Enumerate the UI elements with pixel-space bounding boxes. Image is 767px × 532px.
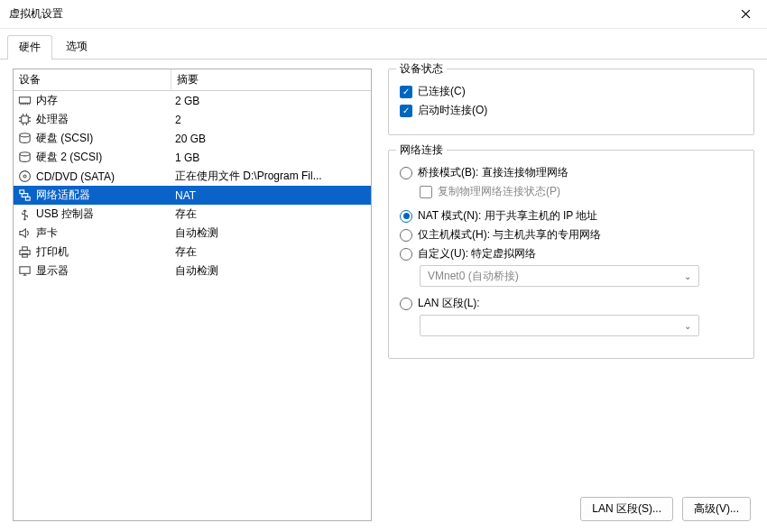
connected-checkbox-row[interactable]: ✓ 已连接(C) [400, 84, 743, 99]
device-summary: 自动检测 [171, 225, 371, 241]
lan-segment-radio-row[interactable]: LAN 区段(L): [400, 296, 743, 311]
memory-icon [17, 94, 32, 108]
device-summary: 存在 [171, 206, 371, 222]
device-row[interactable]: 网络适配器NAT [14, 186, 371, 205]
replicate-label: 复制物理网络连接状态(P) [438, 184, 560, 199]
hostonly-radio-row[interactable]: 仅主机模式(H): 与主机共享的专用网络 [400, 227, 743, 243]
tab-options[interactable]: 选项 [54, 34, 99, 59]
left-pane: 设备 摘要 内存2 GB处理器2硬盘 (SCSI)20 GB硬盘 2 (SCSI… [13, 69, 372, 521]
lan-segment-label: LAN 区段(L): [418, 296, 480, 311]
right-pane: 设备状态 ✓ 已连接(C) ✓ 启动时连接(O) 网络连接 桥接模式(B): 直… [388, 69, 754, 521]
sound-icon [17, 226, 32, 241]
svg-point-2 [19, 133, 29, 137]
table-header: 设备 摘要 [14, 69, 371, 91]
header-device[interactable]: 设备 [14, 69, 171, 90]
custom-label: 自定义(U): 特定虚拟网络 [418, 246, 536, 261]
replicate-checkbox-row: 复制物理网络连接状态(P) [420, 184, 743, 199]
network-icon [17, 188, 32, 203]
cpu-icon [17, 113, 32, 127]
svg-rect-10 [22, 247, 27, 251]
bridged-radio-row[interactable]: 桥接模式(B): 直接连接物理网络 [400, 165, 743, 180]
device-name: 硬盘 (SCSI) [36, 131, 93, 146]
device-name: 硬盘 2 (SCSI) [36, 150, 102, 165]
device-summary: 自动检测 [171, 263, 371, 279]
device-name: CD/DVD (SATA) [36, 170, 115, 183]
svg-rect-1 [21, 116, 28, 124]
header-summary[interactable]: 摘要 [171, 69, 371, 90]
custom-select-value: VMnet0 (自动桥接) [428, 269, 519, 284]
close-icon [741, 9, 751, 19]
disk-icon [17, 132, 32, 146]
device-row[interactable]: 显示器自动检测 [14, 261, 371, 280]
device-row[interactable]: 内存2 GB [14, 91, 371, 110]
window-title: 虚拟机设置 [9, 6, 63, 22]
printer-icon [17, 245, 32, 260]
group-title: 网络连接 [396, 142, 447, 158]
nat-radio-row[interactable]: NAT 模式(N): 用于共享主机的 IP 地址 [400, 208, 743, 224]
checkbox-checked-icon: ✓ [400, 105, 412, 117]
lan-segment-select: ⌄ [420, 315, 699, 336]
svg-rect-0 [19, 97, 30, 104]
device-summary: 1 GB [171, 151, 371, 164]
device-row[interactable]: 处理器2 [14, 110, 371, 129]
device-row[interactable]: 声卡自动检测 [14, 224, 371, 243]
display-icon [17, 264, 32, 279]
connect-poweron-checkbox-row[interactable]: ✓ 启动时连接(O) [400, 103, 743, 118]
titlebar: 虚拟机设置 [0, 0, 767, 29]
svg-rect-12 [19, 267, 29, 274]
usb-icon [17, 207, 32, 222]
svg-point-4 [19, 171, 30, 182]
radio-icon [400, 229, 412, 242]
device-summary: 20 GB [171, 133, 371, 145]
table-body: 内存2 GB处理器2硬盘 (SCSI)20 GB硬盘 2 (SCSI)1 GBC… [14, 91, 371, 520]
hostonly-label: 仅主机模式(H): 与主机共享的专用网络 [418, 227, 601, 243]
device-row[interactable]: 硬盘 (SCSI)20 GB [14, 129, 371, 148]
button-row: LAN 区段(S)... 高级(V)... [388, 497, 754, 521]
device-status-group: 设备状态 ✓ 已连接(C) ✓ 启动时连接(O) [388, 69, 754, 135]
svg-point-3 [19, 152, 29, 156]
radio-icon [400, 298, 412, 310]
checkbox-unchecked-icon [420, 186, 432, 198]
device-name: 打印机 [36, 244, 69, 260]
cd-icon [17, 170, 32, 184]
connect-poweron-label: 启动时连接(O) [418, 103, 487, 118]
radio-icon [400, 167, 412, 179]
checkbox-checked-icon: ✓ [400, 86, 412, 98]
tab-hardware[interactable]: 硬件 [7, 35, 52, 60]
radio-icon [400, 248, 412, 261]
lan-segments-button[interactable]: LAN 区段(S)... [580, 497, 673, 521]
disk-icon [17, 151, 32, 165]
custom-radio-row[interactable]: 自定义(U): 特定虚拟网络 [400, 246, 743, 261]
device-summary: 正在使用文件 D:\Program Fil... [171, 169, 371, 184]
device-row[interactable]: CD/DVD (SATA)正在使用文件 D:\Program Fil... [14, 167, 371, 186]
bridged-label: 桥接模式(B): 直接连接物理网络 [418, 165, 568, 180]
connected-label: 已连接(C) [418, 84, 466, 99]
device-name: 处理器 [36, 112, 69, 127]
device-summary: 存在 [171, 244, 371, 260]
device-name: 内存 [36, 93, 58, 108]
tabs: 硬件 选项 [0, 29, 767, 60]
device-table: 设备 摘要 内存2 GB处理器2硬盘 (SCSI)20 GB硬盘 2 (SCSI… [13, 69, 372, 521]
group-title: 设备状态 [396, 61, 447, 77]
device-name: USB 控制器 [36, 206, 94, 222]
svg-point-5 [23, 175, 26, 178]
custom-network-select: VMnet0 (自动桥接) ⌄ [420, 265, 699, 287]
close-button[interactable] [727, 2, 763, 27]
device-name: 显示器 [36, 263, 69, 279]
device-row[interactable]: USB 控制器存在 [14, 205, 371, 224]
chevron-down-icon: ⌄ [684, 271, 691, 281]
device-name: 网络适配器 [36, 188, 90, 203]
device-row[interactable]: 打印机存在 [14, 243, 371, 261]
advanced-button[interactable]: 高级(V)... [682, 497, 751, 521]
svg-point-8 [23, 218, 25, 220]
chevron-down-icon: ⌄ [684, 321, 691, 331]
nat-label: NAT 模式(N): 用于共享主机的 IP 地址 [418, 208, 597, 224]
radio-checked-icon [400, 210, 412, 223]
device-row[interactable]: 硬盘 2 (SCSI)1 GB [14, 148, 371, 167]
device-summary: NAT [171, 189, 371, 202]
device-name: 声卡 [36, 225, 58, 241]
content: 设备 摘要 内存2 GB处理器2硬盘 (SCSI)20 GB硬盘 2 (SCSI… [0, 60, 767, 530]
network-connection-group: 网络连接 桥接模式(B): 直接连接物理网络 复制物理网络连接状态(P) NAT… [388, 150, 754, 359]
device-summary: 2 GB [171, 95, 371, 107]
device-summary: 2 [171, 114, 371, 126]
